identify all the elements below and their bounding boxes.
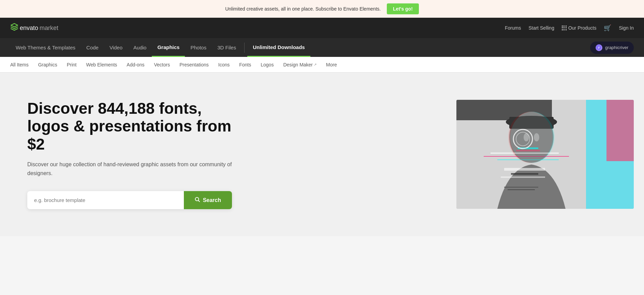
svg-rect-17: [501, 176, 545, 178]
nav-video[interactable]: Video: [104, 38, 128, 57]
logo[interactable]: envato market: [10, 23, 58, 33]
sub-design-maker[interactable]: Design Maker ↗: [278, 57, 321, 73]
nav-graphics[interactable]: Graphics: [152, 38, 185, 57]
sub-more[interactable]: More: [321, 57, 342, 73]
lets-go-button[interactable]: Let's go!: [387, 3, 419, 14]
sub-graphics[interactable]: Graphics: [33, 57, 62, 73]
sub-icons[interactable]: Icons: [214, 57, 234, 73]
search-button-label: Search: [203, 197, 221, 203]
sub-presentations[interactable]: Presentations: [175, 57, 214, 73]
nav-code[interactable]: Code: [81, 38, 104, 57]
sub-nav: All Items Graphics Print Web Elements Ad…: [0, 57, 644, 73]
svg-point-14: [508, 112, 553, 163]
sub-add-ons[interactable]: Add-ons: [122, 57, 149, 73]
logo-market-text: market: [40, 25, 58, 32]
svg-rect-15: [504, 168, 545, 171]
sub-all-items[interactable]: All Items: [10, 57, 33, 73]
top-nav: envato market Forums Start Selling Our P…: [0, 18, 644, 38]
sub-web-elements[interactable]: Web Elements: [82, 57, 122, 73]
svg-rect-3: [606, 100, 634, 161]
forums-link[interactable]: Forums: [505, 25, 521, 31]
promo-banner: Unlimited creative assets, all in one pl…: [0, 0, 644, 18]
our-products-button[interactable]: Our Products: [562, 25, 596, 31]
hero-content: Discover 844,188 fonts, logos & presenta…: [27, 99, 232, 209]
logo-envato-text: envato: [20, 25, 38, 32]
svg-rect-18: [504, 187, 538, 188]
svg-rect-19: [508, 189, 535, 190]
main-nav: Web Themes & Templates Code Video Audio …: [0, 38, 644, 57]
cart-icon[interactable]: 🛒: [604, 24, 611, 32]
sub-print[interactable]: Print: [62, 57, 82, 73]
search-icon: [195, 197, 200, 204]
sign-in-link[interactable]: Sign In: [619, 25, 634, 31]
nav-photos[interactable]: Photos: [185, 38, 212, 57]
promo-text: Unlimited creative assets, all in one pl…: [225, 6, 381, 12]
nav-3d-files[interactable]: 3D Files: [212, 38, 241, 57]
hero-section: Discover 844,188 fonts, logos & presenta…: [0, 73, 644, 236]
nav-divider: [244, 43, 245, 53]
grid-icon: [562, 26, 567, 30]
graphicriver-icon: [596, 44, 602, 51]
hero-glitch-image: [456, 100, 634, 209]
nav-web-themes[interactable]: Web Themes & Templates: [10, 38, 81, 57]
graphicriver-label: graphicriver: [605, 45, 628, 50]
hero-image-area: [290, 73, 644, 236]
sub-logos[interactable]: Logos: [256, 57, 278, 73]
search-box: Search: [27, 191, 232, 209]
nav-audio[interactable]: Audio: [128, 38, 152, 57]
top-nav-right: Forums Start Selling Our Products 🛒 Sign…: [505, 24, 634, 32]
hero-title: Discover 844,188 fonts, logos & presenta…: [27, 99, 232, 154]
logo-icon: [10, 23, 18, 33]
search-button[interactable]: Search: [184, 191, 232, 209]
sub-vectors[interactable]: Vectors: [149, 57, 175, 73]
hero-image-card: [456, 100, 634, 209]
graphicriver-badge[interactable]: graphicriver: [590, 42, 634, 54]
svg-rect-16: [511, 173, 538, 175]
start-selling-link[interactable]: Start Selling: [528, 25, 554, 31]
hero-subtitle: Discover our huge collection of hand-rev…: [27, 160, 232, 177]
svg-rect-21: [516, 150, 540, 151]
search-input[interactable]: [27, 191, 184, 209]
external-link-icon: ↗: [314, 63, 317, 66]
nav-unlimited-downloads[interactable]: Unlimited Downloads: [247, 38, 310, 57]
our-products-label: Our Products: [568, 25, 596, 31]
sub-fonts[interactable]: Fonts: [234, 57, 256, 73]
